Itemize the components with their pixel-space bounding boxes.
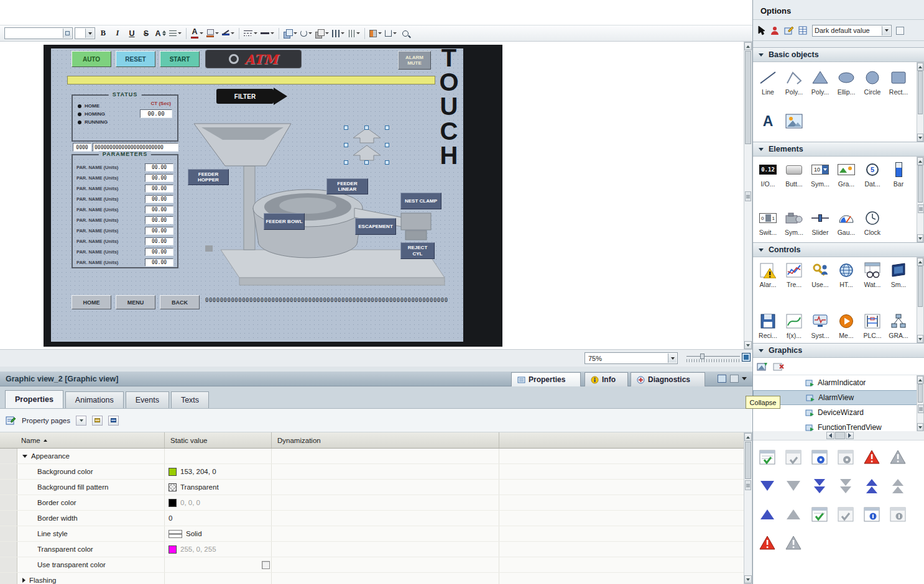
filter-label-object[interactable]: FILTER (216, 89, 274, 104)
home-button-object[interactable]: HOME (72, 295, 111, 309)
background-color-swatch[interactable] (169, 468, 177, 476)
scroll-down-icon[interactable] (917, 335, 923, 343)
section-basic-objects[interactable]: Basic objects (753, 47, 924, 62)
elements-scrollbar[interactable] (917, 157, 924, 242)
arrow-double-down-graphic[interactable] (810, 477, 829, 495)
tool-date-time[interactable]: 5Dat... (860, 160, 885, 188)
nest-clamp-label[interactable]: NEST CLAMP (400, 193, 441, 209)
alarm-warning-graphic-2-gray[interactable] (784, 534, 803, 552)
selection-handle[interactable] (344, 125, 348, 130)
panel-splitter[interactable] (0, 367, 752, 372)
scroll-down-icon[interactable] (744, 575, 752, 583)
parameter-value-field[interactable]: 00.00 (145, 195, 173, 203)
graphics-tree-hscrollbar[interactable] (753, 431, 924, 440)
arrow-double-down-graphic-gray[interactable] (836, 477, 855, 495)
expand-triangle-icon[interactable] (22, 578, 25, 583)
scroll-up-icon[interactable] (917, 376, 923, 384)
selected-arrow-object[interactable] (346, 127, 389, 163)
basic-objects-scrollbar[interactable] (917, 62, 924, 142)
scrollbar-grip-icon[interactable] (918, 204, 924, 213)
table-row-line-style[interactable]: Line style Solid (0, 526, 744, 542)
selection-handle[interactable] (385, 143, 389, 147)
library-window-icon[interactable] (896, 27, 904, 35)
style-combo[interactable]: Dark default value (812, 25, 892, 37)
logo-plate[interactable]: ATM (205, 50, 302, 68)
scroll-up-icon[interactable] (744, 433, 752, 441)
collapse-all-icon[interactable] (108, 416, 119, 426)
grid-view-icon[interactable] (798, 26, 808, 35)
table-row-background-color[interactable]: Background color 153, 204, 0 (0, 464, 744, 480)
tab-properties[interactable]: Properties (511, 372, 581, 386)
start-button-object[interactable]: START (160, 51, 200, 67)
scroll-up-icon[interactable] (744, 42, 752, 50)
scroll-up-icon[interactable] (917, 258, 923, 266)
scroll-up-icon[interactable] (917, 63, 923, 71)
message-line-field[interactable]: 0000000000000000000000000000000000000000… (205, 297, 458, 307)
screen-editor-canvas[interactable]: TOUCH AUTO RESET START ATM ALARM MUTE FI… (0, 42, 744, 349)
parameter-value-field[interactable]: 00.00 (145, 248, 173, 256)
scrollbar-thumb[interactable] (745, 51, 751, 144)
align-objects-button[interactable] (315, 27, 330, 40)
selection-handle[interactable] (385, 160, 389, 165)
alarm-table-help-graphic-gray[interactable] (836, 448, 855, 467)
tool-watch-table[interactable]: Wat... (860, 261, 885, 288)
text-align-button[interactable] (169, 27, 182, 40)
add-graphic-icon[interactable] (757, 362, 768, 372)
tab-order-button[interactable] (384, 27, 397, 40)
feeder-linear-label[interactable]: FEEDER LINEAR (326, 178, 368, 194)
parameters-group-object[interactable]: PARAMETERS PAR. NAME (Units)00.00 PAR. N… (72, 154, 178, 268)
scroll-down-icon[interactable] (917, 423, 923, 431)
alarm-table-info-graphic-gray[interactable] (889, 505, 907, 524)
tool-line[interactable]: Line (755, 68, 780, 96)
tool-system-diagnostics[interactable]: Syst... (808, 312, 833, 339)
parameter-value-field[interactable]: 00.00 (145, 227, 173, 235)
canvas-vertical-scrollbar[interactable] (744, 42, 752, 349)
fill-pattern-swatch[interactable] (169, 483, 177, 491)
transparent-color-swatch[interactable] (169, 545, 177, 554)
ct-value-field[interactable]: 00.00 (140, 109, 172, 118)
alarm-table-ack-graphic-gray[interactable] (836, 505, 855, 524)
alarm-mute-button-object[interactable]: ALARM MUTE (398, 51, 431, 70)
parameter-value-field[interactable]: 00.00 (145, 206, 173, 214)
tool-function-trend[interactable]: f(x)... (782, 312, 806, 339)
selection-handle[interactable] (385, 125, 389, 130)
splitter-grip-icon[interactable] (745, 191, 751, 201)
tool-switch[interactable]: 01Swit... (755, 209, 780, 236)
font-name-combo[interactable] (4, 27, 73, 39)
background-color-button[interactable] (206, 27, 219, 40)
graphics-tree-scrollbar[interactable] (917, 375, 924, 431)
counter-long-field[interactable]: 00000000000000000000000 (93, 143, 178, 152)
font-color-button[interactable]: A (190, 27, 204, 40)
fit-to-screen-icon[interactable] (742, 353, 751, 362)
alarm-table-check-graphic[interactable] (758, 448, 777, 467)
back-button-object[interactable]: BACK (160, 295, 200, 309)
tool-html-browser[interactable]: HT... (834, 261, 859, 288)
subtab-texts[interactable]: Texts (171, 391, 209, 408)
scroll-down-icon[interactable] (917, 234, 923, 242)
user-mode-icon[interactable] (770, 26, 780, 35)
tool-ellipse[interactable]: Ellip... (834, 68, 859, 96)
underline-button[interactable]: U (126, 27, 138, 40)
inspector-vertical-scrollbar[interactable] (744, 432, 752, 584)
italic-button[interactable]: I (111, 27, 124, 40)
tool-rectangle[interactable]: Rect... (886, 68, 911, 96)
column-header-static-value[interactable]: Static value (165, 432, 272, 448)
line-style-preview-icon[interactable] (169, 530, 182, 538)
reset-button-object[interactable]: RESET (116, 51, 155, 67)
scrollbar-thumb[interactable] (745, 442, 751, 479)
bring-to-front-button[interactable] (283, 27, 298, 40)
use-transparent-color-checkbox[interactable] (262, 561, 270, 569)
sort-icon[interactable] (76, 416, 86, 426)
tool-recipe-view[interactable]: Reci... (755, 312, 780, 339)
tool-trend-view[interactable]: Tre... (782, 261, 806, 288)
selection-cursor-icon[interactable] (757, 25, 766, 35)
table-row-border-color[interactable]: Border color 0, 0, 0 (0, 495, 744, 511)
table-row-use-transparent-color[interactable]: Use transparent color (0, 557, 744, 573)
clear-graphic-icon[interactable] (773, 362, 784, 372)
table-row-flashing[interactable]: Flashing (0, 573, 744, 584)
font-size-combo[interactable] (75, 27, 95, 39)
line-width-button[interactable] (260, 27, 275, 40)
tool-graphic-io[interactable]: Gra... (834, 160, 859, 188)
controls-scrollbar[interactable] (917, 257, 924, 343)
selection-handle[interactable] (364, 160, 369, 165)
